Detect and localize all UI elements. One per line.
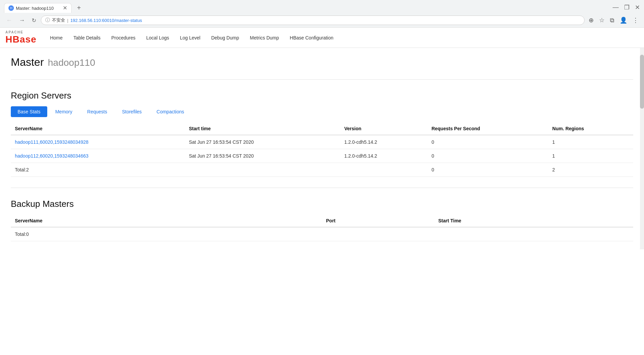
hbase-label: HBase bbox=[5, 34, 36, 45]
back-button[interactable]: ← bbox=[4, 16, 14, 25]
table-total-row: Total:2 0 2 bbox=[11, 163, 633, 177]
hbase-logo: APACHE HBase bbox=[5, 30, 36, 45]
nav-home[interactable]: Home bbox=[45, 32, 68, 43]
nav-procedures[interactable]: Procedures bbox=[106, 32, 141, 43]
apache-label: APACHE bbox=[5, 30, 36, 34]
tab-base-stats[interactable]: Base Stats bbox=[11, 106, 47, 117]
main-nav: Home Table Details Procedures Local Logs… bbox=[45, 32, 339, 43]
profile-button[interactable]: 👤 bbox=[618, 15, 628, 25]
nav-debug-dump[interactable]: Debug Dump bbox=[206, 32, 245, 43]
regions-cell-2: 1 bbox=[548, 149, 633, 163]
master-label: Master bbox=[11, 56, 44, 68]
insecure-label: 不安全 bbox=[52, 17, 65, 23]
svg-text:H: H bbox=[10, 6, 12, 10]
extensions-button[interactable]: ⧉ bbox=[609, 16, 616, 25]
region-servers-title: Region Servers bbox=[11, 90, 633, 101]
section-divider-2 bbox=[11, 188, 633, 188]
window-close-button[interactable]: ✕ bbox=[635, 4, 640, 11]
total-label: Total:2 bbox=[11, 163, 185, 177]
total-requests: 0 bbox=[427, 163, 548, 177]
page-title: Masterhadoop110 bbox=[11, 56, 633, 69]
region-servers-tabs: Base Stats Memory Requests Storefiles Co… bbox=[11, 106, 633, 117]
tab-memory[interactable]: Memory bbox=[49, 106, 79, 117]
start-time-cell-1: Sat Jun 27 16:53:54 CST 2020 bbox=[185, 135, 340, 149]
table-row: hadoop111,60020,1593248034928 Sat Jun 27… bbox=[11, 135, 633, 149]
backup-col-port: Port bbox=[322, 215, 434, 227]
tab-compactions[interactable]: Compactions bbox=[150, 106, 191, 117]
backup-total-label: Total:0 bbox=[11, 227, 322, 241]
nav-table-details[interactable]: Table Details bbox=[68, 32, 106, 43]
window-minimize-button[interactable]: — bbox=[613, 4, 619, 11]
col-start-time: Start time bbox=[185, 122, 340, 135]
window-maximize-button[interactable]: ❐ bbox=[624, 4, 629, 11]
master-hostname: hadoop110 bbox=[48, 57, 95, 68]
col-num-regions: Num. Regions bbox=[548, 122, 633, 135]
address-bar[interactable]: ⓘ 不安全 | 192.168.56.110:60010/master-stat… bbox=[41, 16, 585, 25]
backup-header-row: ServerName Port Start Time bbox=[11, 215, 633, 227]
requests-cell-2: 0 bbox=[427, 149, 548, 163]
server-name-cell: hadoop111,60020,1593248034928 bbox=[11, 135, 185, 149]
region-servers-section: Region Servers Base Stats Memory Request… bbox=[11, 90, 633, 177]
tab-storefiles[interactable]: Storefiles bbox=[115, 106, 148, 117]
server-link-2[interactable]: hadoop112,60020,1593248034663 bbox=[15, 153, 88, 159]
table-header-row: ServerName Start time Version Requests P… bbox=[11, 122, 633, 135]
version-cell-2: 1.2.0-cdh5.14.2 bbox=[340, 149, 427, 163]
requests-cell-1: 0 bbox=[427, 135, 548, 149]
server-link-1[interactable]: hadoop111,60020,1593248034928 bbox=[15, 139, 88, 145]
server-name-cell-2: hadoop112,60020,1593248034663 bbox=[11, 149, 185, 163]
backup-total-row: Total:0 bbox=[11, 227, 633, 241]
tab-close-button[interactable]: ✕ bbox=[63, 5, 67, 11]
col-version: Version bbox=[340, 122, 427, 135]
scrollbar-thumb[interactable] bbox=[640, 55, 644, 109]
backup-col-server-name: ServerName bbox=[11, 215, 322, 227]
forward-button[interactable]: → bbox=[17, 16, 27, 25]
translate-button[interactable]: ⊕ bbox=[587, 15, 595, 25]
total-regions: 2 bbox=[548, 163, 633, 177]
tab-requests[interactable]: Requests bbox=[80, 106, 114, 117]
backup-masters-section: Backup Masters ServerName Port Start Tim… bbox=[11, 199, 633, 241]
bookmark-button[interactable]: ☆ bbox=[598, 15, 606, 25]
nav-metrics-dump[interactable]: Metrics Dump bbox=[244, 32, 284, 43]
address-separator: | bbox=[67, 18, 68, 23]
nav-local-logs[interactable]: Local Logs bbox=[141, 32, 175, 43]
col-requests-per-second: Requests Per Second bbox=[427, 122, 548, 135]
reload-button[interactable]: ↻ bbox=[30, 16, 38, 25]
backup-col-start-time: Start Time bbox=[434, 215, 633, 227]
nav-log-level[interactable]: Log Level bbox=[175, 32, 206, 43]
backup-masters-table: ServerName Port Start Time Total:0 bbox=[11, 215, 633, 241]
menu-button[interactable]: ⋮ bbox=[631, 15, 640, 25]
address-url: 192.168.56.110:60010/master-status bbox=[70, 18, 142, 23]
col-server-name: ServerName bbox=[11, 122, 185, 135]
new-tab-button[interactable]: + bbox=[74, 3, 84, 13]
table-row: hadoop112,60020,1593248034663 Sat Jun 27… bbox=[11, 149, 633, 163]
region-servers-table: ServerName Start time Version Requests P… bbox=[11, 122, 633, 177]
hbase-navbar: APACHE HBase Home Table Details Procedur… bbox=[0, 28, 644, 48]
version-cell-1: 1.2.0-cdh5.14.2 bbox=[340, 135, 427, 149]
regions-cell-1: 1 bbox=[548, 135, 633, 149]
scrollbar-track[interactable] bbox=[640, 48, 644, 249]
start-time-cell-2: Sat Jun 27 16:53:54 CST 2020 bbox=[185, 149, 340, 163]
browser-tab-title: Master: hadoop110 bbox=[16, 6, 54, 11]
security-icon: ⓘ bbox=[45, 17, 50, 23]
title-divider bbox=[11, 79, 633, 80]
nav-hbase-configuration[interactable]: HBase Configuration bbox=[285, 32, 339, 43]
backup-masters-title: Backup Masters bbox=[11, 199, 633, 209]
